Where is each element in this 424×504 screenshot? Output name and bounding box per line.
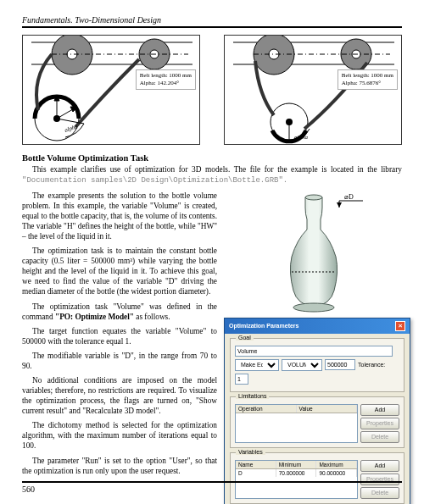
belt-length-text: Belt length: 1000 mm (140, 72, 192, 80)
variables-group-label: Variables (236, 449, 265, 455)
goal-target-input[interactable] (325, 359, 355, 370)
variables-col-max: Maximum (316, 461, 357, 468)
limitations-add-button[interactable]: Add (360, 404, 399, 416)
para-7: The dichotomy method is selected for the… (22, 420, 217, 451)
variables-col-name: Name (236, 461, 276, 468)
goal-var-select[interactable]: VOLUME (282, 359, 322, 371)
page-footer: 560 (22, 481, 402, 494)
var-max-cell: 90.000000 (316, 469, 357, 477)
para-1: The example presents the solution to the… (22, 191, 217, 241)
para-3: The optimization task "Volume" was defin… (22, 302, 217, 322)
tolerance-input[interactable] (235, 374, 248, 385)
dialog-title-text: Optimization Parameters (229, 323, 298, 329)
file-path: "Documentation samples\2D Design\Optimiz… (22, 176, 287, 185)
variables-col-min: Minimum (276, 461, 317, 468)
belt-diagram-left: alpha Belt length: 1000 mm Alpha: 142.20… (22, 35, 200, 145)
limitations-props-button[interactable]: Properties (360, 418, 399, 429)
belt-label-left: Belt length: 1000 mm Alpha: 142.204° (136, 69, 196, 90)
para-3c: as follows. (134, 313, 170, 321)
header-rule (22, 26, 402, 28)
limitations-col-val: Value (297, 405, 358, 413)
para-4: The target function equates the variable… (22, 326, 217, 346)
close-icon[interactable]: × (395, 321, 405, 331)
belt-length-text: Belt length: 1000 mm (342, 72, 393, 80)
belt-svg-right: alpha (225, 36, 402, 145)
variables-group: Variables Name Minimum Maximum D 70.0000… (230, 452, 404, 504)
limitations-table[interactable]: Operation Value (235, 404, 358, 443)
limitations-group-label: Limitations (236, 393, 269, 399)
limitations-group: Limitations Operation Value Add Properti… (230, 396, 404, 448)
var-name-cell: D (236, 469, 276, 477)
command-name: "PO: Optimize Model" (55, 313, 134, 321)
dialog-titlebar[interactable]: Optimization Parameters × (225, 318, 410, 334)
right-figure-column: ⌀D Optimization Parameters × Goal Make E… (226, 191, 402, 480)
svg-text:alpha: alpha (294, 134, 308, 141)
table-row[interactable]: D 70.000000 90.000000 (236, 469, 357, 477)
belt-alpha-text: Alpha: 75.6876° (342, 80, 393, 87)
var-min-cell: 70.000000 (276, 469, 317, 477)
belt-label-right: Belt length: 1000 mm Alpha: 75.6876° (338, 69, 398, 90)
para-8: The parameter "Run" is set to the option… (22, 456, 217, 476)
intro-para: This example clarifies use of optimizati… (22, 164, 402, 186)
limitations-col-op: Operation (236, 405, 297, 413)
left-text-column: The example presents the solution to the… (22, 191, 217, 480)
intro-text: This example clarifies use of optimizati… (32, 165, 402, 174)
belt-diagram-right: alpha Belt length: 1000 mm Alpha: 75.687… (224, 35, 402, 145)
bottle-illustration: ⌀D (254, 191, 373, 318)
svg-marker-31 (337, 202, 342, 208)
goal-mode-select[interactable]: Make Equal (235, 359, 279, 371)
goal-name-input[interactable] (235, 346, 393, 357)
goal-group: Goal Make Equal VOLUME Tolerance: (230, 338, 404, 392)
page-number: 560 (22, 485, 35, 494)
section-title: Bottle Volume Optimization Task (22, 153, 402, 163)
para-6: No additional conditions are imposed on … (22, 375, 217, 416)
svg-point-27 (293, 303, 334, 312)
optimization-dialog: Optimization Parameters × Goal Make Equa… (224, 318, 410, 504)
svg-point-26 (305, 195, 322, 200)
goal-group-label: Goal (236, 335, 254, 341)
limitations-delete-button[interactable]: Delete (360, 431, 399, 443)
para-2: The optimization task is to maintain the… (22, 246, 217, 296)
page-header-title: Fundamentals. Two-Dimensional Design (22, 15, 402, 25)
tolerance-label: Tolerance: (358, 362, 385, 368)
para-5: The modifiable variable is "D", in the r… (22, 351, 217, 371)
two-column-layout: The example presents the solution to the… (22, 191, 402, 480)
variables-add-button[interactable]: Add (360, 460, 399, 472)
belt-diagram-row: alpha Belt length: 1000 mm Alpha: 142.20… (22, 35, 402, 145)
dim-label: ⌀D (344, 193, 354, 201)
belt-svg-left: alpha (23, 36, 200, 145)
belt-alpha-text: Alpha: 142.204° (140, 80, 192, 87)
